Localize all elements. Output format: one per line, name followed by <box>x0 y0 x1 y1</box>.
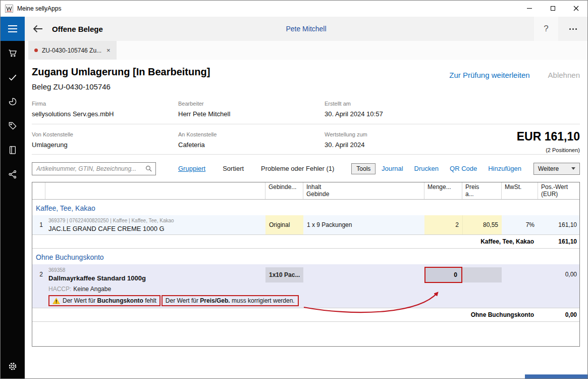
field-label: Wertstellung zum <box>325 131 471 137</box>
unsaved-indicator-dot <box>34 49 38 52</box>
window-controls <box>518 1 587 17</box>
haccp-info: HACCP:Keine Angabe <box>48 286 265 293</box>
column-header-pos <box>32 182 45 199</box>
field-value: Cafeteria <box>178 141 325 149</box>
sorted-toggle[interactable]: Sortiert <box>223 165 244 172</box>
group-subtotal-kaffee: Kaffee, Tee, Kakao 161,10 <box>32 234 579 249</box>
user-name[interactable]: Pete Mitchell <box>286 25 326 33</box>
maximize-button[interactable] <box>541 1 564 16</box>
validation-warnings: Der Wert für Buchungskonto fehlt Der Wer… <box>48 295 299 306</box>
sidebar-item-settings[interactable] <box>1 354 25 378</box>
pie-chart-icon <box>8 97 18 107</box>
add-link[interactable]: Hinzufügen <box>488 165 521 172</box>
meta-row-1: Firma sellysolutions Serv.ges.mbH Bearbe… <box>32 101 580 124</box>
field-label: Firma <box>32 101 178 107</box>
help-button[interactable]: ? <box>534 17 558 41</box>
problems-filter[interactable]: Probleme oder Fehler (1) <box>261 165 334 172</box>
positions-count: (2 Positionen) <box>517 147 580 153</box>
tag-icon <box>8 121 18 131</box>
qr-code-link[interactable]: QR Code <box>450 165 477 172</box>
group-header-kaffee: Kaffee, Tee, Kakao <box>32 200 579 215</box>
back-arrow-icon <box>33 25 43 33</box>
column-header-inhalt: InhaltGebinde <box>303 182 424 199</box>
table-row[interactable]: 2 369358 Dallmayrkaffee Standard 1000g H… <box>32 264 579 308</box>
article-meta: 369358 <box>48 267 265 273</box>
field-von-kostenstelle: Von Kostenstelle Umlagerung <box>32 131 178 149</box>
main-content: Zugang Umlagerung [In Bearbeitung] Beleg… <box>25 60 587 378</box>
reject-link[interactable]: Ablehnen <box>548 71 580 79</box>
gebinde-cell[interactable]: 1x10 Pac... <box>265 267 303 282</box>
more-actions-label: Weitere <box>538 165 559 172</box>
app-logo-icon <box>5 5 13 13</box>
forward-for-review-link[interactable]: Zur Prüfung weiterleiten <box>449 71 529 79</box>
preis-cell[interactable]: 80,55 <box>462 215 502 234</box>
more-actions-dropdown[interactable]: Weitere <box>533 163 580 175</box>
preis-cell-disabled <box>462 267 502 282</box>
field-value: 30. April 2024 10:57 <box>325 110 471 118</box>
field-erstellt-am: Erstellt am 30. April 2024 10:57 <box>325 101 471 118</box>
article-name: Dallmayrkaffee Standard 1000g <box>48 274 265 282</box>
subtotal-label: Ohne Buchungskonto <box>32 308 538 321</box>
sidebar-item-articles[interactable] <box>1 114 25 138</box>
column-header-article <box>45 182 265 199</box>
positions-table: Gebinde... InhaltGebinde Menge... Preisa… <box>32 182 580 347</box>
menge-cell[interactable]: 2 <box>424 215 462 234</box>
more-options-button[interactable] <box>558 17 587 41</box>
search-input[interactable] <box>36 165 145 172</box>
field-value: Umlagerung <box>32 141 178 149</box>
field-label: An Kostenstelle <box>178 131 325 137</box>
tab-bar: ZU-0430-105746 Zu... × <box>25 41 587 60</box>
search-icon <box>145 165 152 172</box>
hamburger-menu-button[interactable] <box>1 17 25 41</box>
sidebar-item-reports[interactable] <box>1 89 25 114</box>
sidebar-item-cart[interactable] <box>1 41 25 65</box>
sidebar-item-journal[interactable] <box>1 138 25 162</box>
search-box[interactable] <box>32 162 156 175</box>
row-position-number: 1 <box>32 215 45 234</box>
field-value: 30. April 2024 <box>325 141 471 149</box>
back-button[interactable] <box>33 25 47 33</box>
sidebar-item-network[interactable] <box>1 162 25 186</box>
menge-cell-error[interactable]: 0 <box>424 267 462 283</box>
minimize-button[interactable] <box>518 1 541 16</box>
book-icon <box>8 145 18 155</box>
poswert-cell: 0,00 <box>538 264 580 308</box>
gear-icon <box>8 361 18 371</box>
inhalt-cell: 1 x 9 Packungen <box>303 215 424 234</box>
table-header-row: Gebinde... InhaltGebinde Menge... Preisa… <box>32 182 579 200</box>
tools-button[interactable]: Tools <box>351 163 376 174</box>
journal-link[interactable]: Journal <box>382 165 403 172</box>
ellipsis-icon <box>569 28 571 30</box>
subtotal-label: Kaffee, Tee, Kakao <box>32 235 538 248</box>
column-header-poswert: Pos.-Wert(EUR) <box>538 182 580 199</box>
column-header-preis: Preisa... <box>462 182 502 199</box>
app-window: Meine sellyApps <box>0 0 588 379</box>
grouped-toggle[interactable]: Gruppiert <box>178 165 205 172</box>
document-number: Beleg ZU-0430-105746 <box>32 82 580 91</box>
table-row[interactable]: 1 369379 | 07622400820250 | Kaffee | Kaf… <box>32 215 579 234</box>
horizontal-scrollbar-thumb[interactable] <box>525 374 587 378</box>
tab-label: ZU-0430-105746 Zu... <box>42 47 101 54</box>
subtotal-value: 161,10 <box>538 235 580 248</box>
gebinde-cell[interactable]: Original <box>265 215 303 234</box>
tab-document[interactable]: ZU-0430-105746 Zu... × <box>28 41 117 60</box>
meta-row-2: Von Kostenstelle Umlagerung An Kostenste… <box>32 131 580 155</box>
field-label: Erstellt am <box>325 101 471 107</box>
chevron-down-icon <box>571 167 575 170</box>
group-subtotal-ohne-buchungskonto: Ohne Buchungskonto 0,00 <box>32 308 579 322</box>
app-header: Offene Belege Pete Mitchell ? <box>25 17 587 41</box>
article-cell: 369358 Dallmayrkaffee Standard 1000g HAC… <box>45 264 265 308</box>
row-position-number: 2 <box>32 264 45 308</box>
field-wertstellung: Wertstellung zum 30. April 2024 <box>325 131 471 149</box>
print-link[interactable]: Drucken <box>414 165 439 172</box>
menu-icon <box>8 25 17 26</box>
close-button[interactable] <box>564 1 587 16</box>
checkmark-icon <box>8 72 18 82</box>
field-an-kostenstelle: An Kostenstelle Cafeteria <box>178 131 325 149</box>
article-cell: 369379 | 07622400820250 | Kaffee | Kaffe… <box>45 215 265 234</box>
sidebar-item-tasks[interactable] <box>1 65 25 89</box>
sidebar <box>1 41 25 378</box>
tab-close-icon[interactable]: × <box>106 46 111 54</box>
cart-icon <box>8 48 18 58</box>
share-icon <box>8 169 18 179</box>
